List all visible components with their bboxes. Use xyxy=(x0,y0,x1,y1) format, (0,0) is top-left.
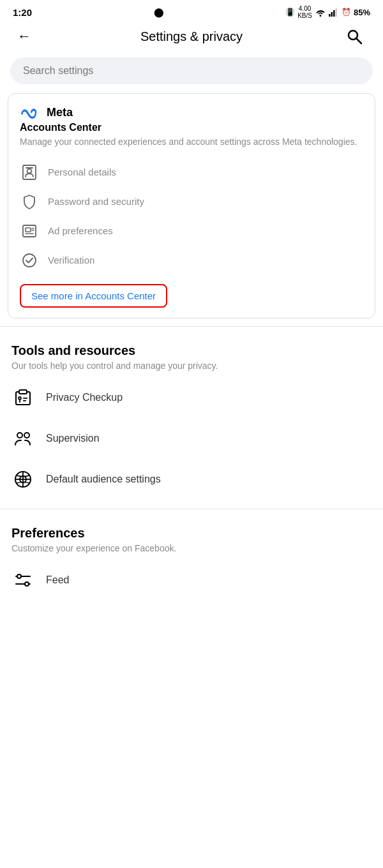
preferences-desc: Customize your experience on Facebook. xyxy=(11,543,372,553)
svg-rect-2 xyxy=(333,10,335,17)
svg-point-19 xyxy=(17,433,22,438)
page-title: Settings & privacy xyxy=(37,29,346,44)
signal-icon xyxy=(329,8,339,17)
status-icons: 📳 4.00KB/S ⏰ 85% xyxy=(285,5,370,19)
ad-preferences-label: Ad preferences xyxy=(48,225,113,236)
svg-rect-9 xyxy=(23,225,36,237)
status-time: 1:20 xyxy=(13,7,32,18)
password-security-label: Password and security xyxy=(48,196,144,207)
header: ← Settings & privacy xyxy=(0,22,383,51)
accounts-menu-verification[interactable]: Verification xyxy=(20,246,363,275)
svg-rect-10 xyxy=(26,228,31,232)
default-audience-label: Default audience settings xyxy=(46,474,161,485)
camera-icon: ⬤ xyxy=(154,7,164,17)
search-container xyxy=(0,51,383,93)
supervision-icon xyxy=(11,427,34,450)
svg-point-14 xyxy=(23,254,36,267)
accounts-menu-personal-details[interactable]: Personal details xyxy=(20,158,363,187)
svg-point-26 xyxy=(17,574,21,578)
ad-preferences-icon xyxy=(20,221,39,241)
privacy-checkup-label: Privacy Checkup xyxy=(46,392,123,403)
svg-rect-18 xyxy=(23,400,26,401)
personal-details-label: Personal details xyxy=(48,167,116,177)
accounts-center-title: Accounts Center xyxy=(20,122,363,133)
svg-line-5 xyxy=(357,39,362,44)
svg-rect-17 xyxy=(23,398,27,399)
svg-point-7 xyxy=(27,168,32,173)
default-audience-icon xyxy=(11,468,34,491)
tools-section-title: Tools and resources xyxy=(11,343,372,358)
accounts-center-desc: Manage your connected experiences and ac… xyxy=(20,136,363,149)
svg-rect-0 xyxy=(329,14,331,17)
search-button[interactable] xyxy=(346,28,372,45)
wifi-icon xyxy=(315,8,326,17)
accounts-menu-ad-preferences[interactable]: Ad preferences xyxy=(20,216,363,246)
feed-label: Feed xyxy=(46,574,69,586)
supervision-item[interactable]: Supervision xyxy=(11,418,372,459)
verification-icon xyxy=(20,251,39,270)
svg-rect-1 xyxy=(331,12,333,17)
privacy-checkup-icon xyxy=(11,386,34,409)
meta-logo-row: Meta xyxy=(20,105,363,119)
svg-point-28 xyxy=(25,582,29,586)
divider-1 xyxy=(0,326,383,327)
preferences-section: Preferences Customize your experience on… xyxy=(0,516,383,603)
meta-logo-icon xyxy=(20,105,43,119)
speed-indicator: 4.00KB/S xyxy=(297,5,312,19)
preferences-title: Preferences xyxy=(11,526,372,541)
svg-point-20 xyxy=(24,433,29,438)
svg-rect-15 xyxy=(19,390,27,394)
svg-rect-3 xyxy=(335,8,337,17)
alarm-icon: ⏰ xyxy=(342,8,351,17)
search-input[interactable] xyxy=(10,57,373,84)
accounts-center-card: Meta Accounts Center Manage your connect… xyxy=(8,93,375,318)
feed-item[interactable]: Feed xyxy=(11,560,372,601)
see-more-button[interactable]: See more in Accounts Center xyxy=(20,284,167,308)
verification-label: Verification xyxy=(48,255,94,266)
feed-icon xyxy=(11,569,34,592)
meta-label: Meta xyxy=(47,106,73,119)
privacy-checkup-item[interactable]: Privacy Checkup xyxy=(11,377,372,418)
password-security-icon xyxy=(20,192,39,211)
default-audience-item[interactable]: Default audience settings xyxy=(11,459,372,500)
divider-2 xyxy=(0,509,383,509)
personal-details-icon xyxy=(20,163,39,182)
tools-section: Tools and resources Our tools help you c… xyxy=(0,333,383,502)
supervision-label: Supervision xyxy=(46,433,100,444)
accounts-menu-password-security[interactable]: Password and security xyxy=(20,187,363,216)
status-bar: 1:20 ⬤ 📳 4.00KB/S ⏰ 85% xyxy=(0,0,383,22)
back-button[interactable]: ← xyxy=(11,28,37,45)
tools-section-desc: Our tools help you control and manage yo… xyxy=(11,361,372,371)
battery-label: 85% xyxy=(354,8,370,17)
vibrate-icon: 📳 xyxy=(285,8,295,17)
